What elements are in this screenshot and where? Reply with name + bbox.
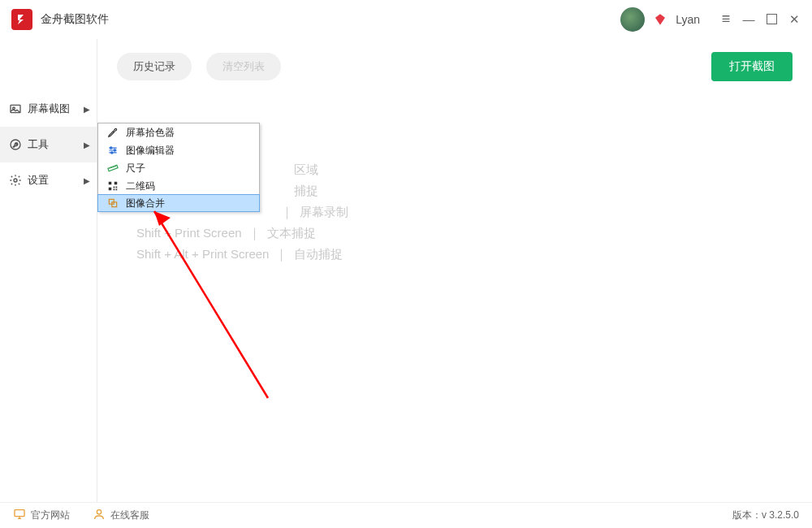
version-label: 版本：v 3.2.5.0 [732,509,799,522]
svg-rect-8 [109,182,112,185]
svg-point-6 [111,152,113,154]
svg-rect-9 [114,182,118,185]
menu-button[interactable] [715,8,737,31]
sidebar-item-label: 屏幕截图 [28,102,70,116]
submenu-item-label: 屏幕拾色器 [126,126,175,140]
svg-rect-13 [114,189,115,191]
svg-rect-11 [114,187,115,188]
svg-rect-14 [116,189,118,191]
submenu-item-image-merge[interactable]: 图像合并 [97,194,260,212]
svg-point-2 [11,140,20,149]
footer: 官方网站 在线客服 版本：v 3.2.5.0 [0,502,812,528]
submenu-item-label: 图像编辑器 [126,144,175,158]
hint-row: Shift + Alt + Print Screen｜自动捕捉 [136,244,793,265]
body: 屏幕截图 ▶ 工具 ▶ 设置 ▶ 历史记录 清空列表 打开截图 Shift + … [0,39,812,502]
minimize-button[interactable] [737,8,760,31]
avatar[interactable] [620,7,645,32]
headset-icon [93,508,106,523]
submenu-item-label: 二维码 [126,180,155,193]
chevron-right-icon: ▶ [84,141,90,149]
submenu-item-label: 图像合并 [126,197,165,210]
titlebar: 金舟截图软件 Lyan [0,0,812,39]
eyedropper-icon [105,127,121,138]
footer-link-label: 在线客服 [110,509,149,522]
sidebar: 屏幕截图 ▶ 工具 ▶ 设置 ▶ [0,39,97,502]
submenu-item-ruler[interactable]: 尺子 [98,159,259,177]
hint-row: Shift + Print Screen｜文本捕捉 [136,223,793,244]
footer-link-label: 官方网站 [31,509,70,522]
close-button[interactable] [783,8,806,31]
svg-rect-12 [116,187,118,188]
username-label[interactable]: Lyan [676,13,700,26]
sliders-icon [105,145,121,156]
submenu-item-image-editor[interactable]: 图像编辑器 [98,141,259,159]
main: 历史记录 清空列表 打开截图 Shift + Alt + Print Scree… [97,39,812,502]
qrcode-icon [105,180,121,192]
maximize-button[interactable] [760,8,783,31]
sidebar-item-tools[interactable]: 工具 ▶ [0,127,97,162]
svg-point-4 [110,147,112,149]
submenu-item-color-picker[interactable]: 屏幕拾色器 [98,123,259,141]
image-icon [8,102,23,115]
sidebar-item-label: 设置 [28,173,49,188]
sidebar-item-screenshot[interactable]: 屏幕截图 ▶ [0,91,97,127]
app-title: 金舟截图软件 [41,12,109,27]
svg-rect-19 [15,510,24,517]
svg-point-5 [114,149,115,151]
support-link[interactable]: 在线客服 [93,508,149,523]
svg-rect-10 [109,188,112,191]
svg-point-20 [97,510,101,514]
sidebar-item-settings[interactable]: 设置 ▶ [0,162,97,198]
svg-rect-7 [108,165,118,171]
sidebar-item-label: 工具 [28,137,49,152]
merge-icon [105,197,121,209]
tools-submenu: 屏幕拾色器 图像编辑器 尺子 二维码 图像合并 [97,123,260,212]
ruler-icon [105,162,121,174]
svg-point-3 [14,179,17,182]
submenu-item-label: 尺子 [126,162,145,175]
chevron-right-icon: ▶ [84,176,90,185]
monitor-icon [13,508,26,523]
toolbar: 历史记录 清空列表 打开截图 [117,52,793,81]
clear-list-button[interactable]: 清空列表 [206,53,281,80]
open-capture-button[interactable]: 打开截图 [711,52,793,81]
gear-icon [8,174,23,187]
gem-icon[interactable] [653,12,667,27]
history-button[interactable]: 历史记录 [117,53,192,80]
wrench-icon [8,138,23,151]
official-site-link[interactable]: 官方网站 [13,508,70,523]
app-logo [11,9,32,30]
chevron-right-icon: ▶ [84,105,90,114]
submenu-item-qrcode[interactable]: 二维码 [98,177,259,195]
